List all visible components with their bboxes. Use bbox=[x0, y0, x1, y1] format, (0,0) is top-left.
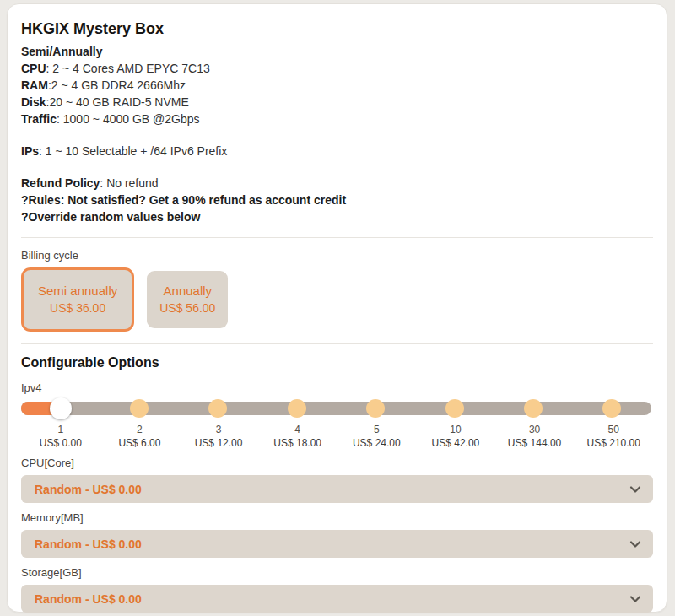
slider-stop-5[interactable] bbox=[366, 399, 385, 418]
tick-30: 30US$ 144.00 bbox=[495, 423, 575, 450]
product-subtitle: Semi/Annually bbox=[21, 43, 653, 60]
spec-ips: IPs: 1 ~ 10 Selectable + /64 IPv6 Prefix bbox=[21, 143, 653, 159]
configurable-options-heading: Configurable Options bbox=[21, 355, 653, 370]
billing-option-price: US$ 36.00 bbox=[38, 300, 117, 317]
rules-line: ?Rules: Not satisfied? Get a 90% refund … bbox=[21, 192, 653, 208]
tick-50: 50US$ 210.00 bbox=[574, 423, 653, 450]
slider-stop-2[interactable] bbox=[130, 399, 148, 418]
refund-policy: Refund Policy: No refund bbox=[21, 175, 653, 192]
slider-stop-3[interactable] bbox=[208, 399, 227, 418]
spec-traffic: Traffic: 1000 ~ 4000 GB @2Gbps bbox=[21, 111, 653, 127]
slider-stop-4[interactable] bbox=[288, 399, 306, 418]
billing-option-semi-annually[interactable]: Semi annually US$ 36.00 bbox=[21, 267, 134, 332]
billing-options: Semi annually US$ 36.00 Annually US$ 56.… bbox=[21, 267, 653, 332]
storage-selected-value: Random - US$ 0.00 bbox=[35, 592, 142, 606]
chevron-down-icon bbox=[629, 484, 641, 495]
tick-3: 3US$ 12.00 bbox=[179, 423, 258, 450]
divider bbox=[21, 237, 653, 238]
divider bbox=[21, 343, 653, 344]
cpu-core-select[interactable]: Random - US$ 0.00 bbox=[21, 475, 653, 503]
chevron-down-icon bbox=[629, 593, 641, 605]
tick-1: 1US$ 0.00 bbox=[21, 423, 100, 450]
product-title: HKGIX Mystery Box bbox=[21, 18, 653, 38]
override-line: ?Override random values below bbox=[21, 208, 653, 225]
memory-selected-value: Random - US$ 0.00 bbox=[35, 538, 142, 551]
memory-label: Memory[MB] bbox=[21, 511, 653, 524]
cpu-core-label: CPU[Core] bbox=[21, 457, 653, 469]
slider-stop-30[interactable] bbox=[524, 399, 543, 418]
product-card: HKGIX Mystery Box Semi/Annually CPU: 2 ~… bbox=[7, 3, 667, 613]
slider-stop-10[interactable] bbox=[446, 399, 464, 418]
billing-option-name: Annually bbox=[159, 282, 215, 300]
spec-disk: Disk:20 ~ 40 GB RAID-5 NVME bbox=[21, 94, 653, 111]
billing-cycle-label: Billing cycle bbox=[21, 249, 653, 262]
memory-select[interactable]: Random - US$ 0.00 bbox=[21, 530, 653, 558]
chevron-down-icon bbox=[629, 538, 641, 550]
tick-10: 10US$ 42.00 bbox=[416, 423, 495, 450]
ipv4-label: Ipv4 bbox=[21, 381, 653, 394]
ipv4-tick-labels: 1US$ 0.00 2US$ 6.00 3US$ 12.00 4US$ 18.0… bbox=[21, 423, 653, 450]
billing-option-price: US$ 56.00 bbox=[159, 300, 215, 317]
slider-stop-50[interactable] bbox=[602, 399, 621, 418]
slider-handle[interactable] bbox=[50, 397, 72, 419]
billing-option-name: Semi annually bbox=[38, 282, 117, 300]
storage-label: Storage[GB] bbox=[21, 566, 653, 579]
billing-option-annually[interactable]: Annually US$ 56.00 bbox=[147, 271, 228, 328]
spec-cpu: CPU: 2 ~ 4 Cores AMD EPYC 7C13 bbox=[21, 60, 653, 77]
ipv4-slider[interactable] bbox=[21, 397, 653, 419]
spec-ram: RAM:2 ~ 4 GB DDR4 2666Mhz bbox=[21, 77, 653, 94]
storage-select[interactable]: Random - US$ 0.00 bbox=[21, 585, 653, 613]
tick-5: 5US$ 24.00 bbox=[338, 423, 417, 450]
tick-4: 4US$ 18.00 bbox=[258, 423, 338, 450]
tick-2: 2US$ 6.00 bbox=[100, 423, 180, 450]
cpu-core-selected-value: Random - US$ 0.00 bbox=[35, 483, 142, 496]
